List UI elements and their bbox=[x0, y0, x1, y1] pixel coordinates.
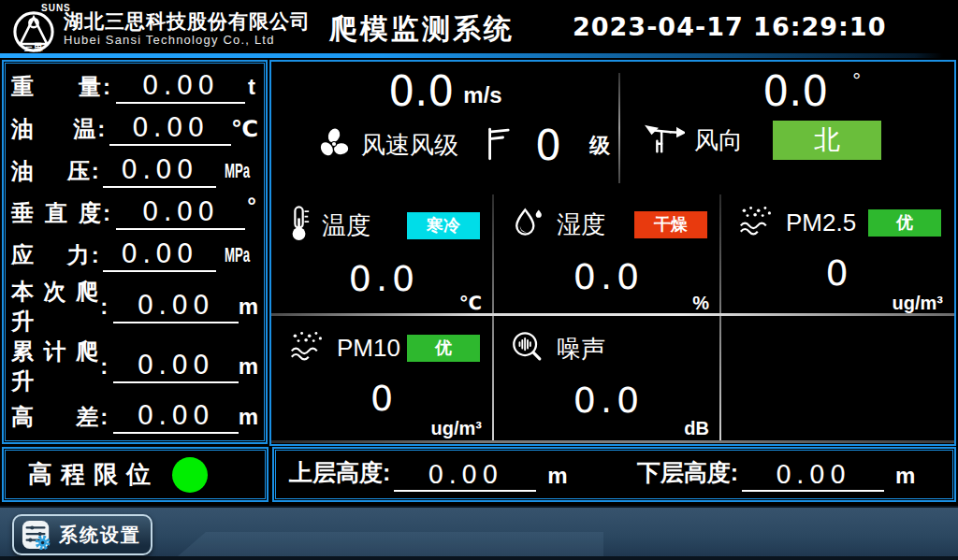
wind-speed-label: 风速风级 bbox=[361, 129, 458, 162]
wind-vane-icon bbox=[644, 120, 685, 161]
upper-height-value: 0.00 bbox=[394, 460, 536, 492]
grid-divider-v2 bbox=[719, 194, 721, 440]
header-divider bbox=[0, 53, 943, 58]
company-name-en: Hubei Sansi Technology Co., Ltd bbox=[64, 33, 311, 47]
measure-unit: m bbox=[239, 353, 258, 380]
measure-row-stress: 应力: 0.00 MPa bbox=[11, 235, 258, 277]
measure-unit: ℃ bbox=[231, 116, 258, 142]
header: SUNS 三思 湖北三思科技股份有限公司 Hubei Sansi Technol… bbox=[0, 0, 958, 53]
wind-speed-section: 0.0 m/s bbox=[271, 62, 619, 193]
system-settings-button[interactable]: 系统设置 bbox=[12, 514, 152, 555]
elevation-limit-indicator bbox=[172, 457, 208, 493]
wind-direction-value: 0.0 bbox=[762, 69, 828, 114]
colon: : bbox=[100, 353, 111, 380]
colon: : bbox=[92, 242, 101, 268]
climbing-formwork-monitor-screen: SUNS 三思 湖北三思科技股份有限公司 Hubei Sansi Technol… bbox=[0, 0, 958, 560]
elevation-limit-box: 高程限位 bbox=[2, 447, 269, 502]
upper-height-unit: m bbox=[547, 463, 567, 492]
measure-label: 高差 bbox=[11, 402, 98, 432]
measure-unit: MPa bbox=[225, 159, 250, 183]
wind-level-flag-icon bbox=[485, 123, 511, 168]
measure-row-oil-pressure: 油压: 0.00 MPa bbox=[11, 150, 258, 192]
measure-unit: m bbox=[239, 404, 258, 430]
sensor-unit: ℃ bbox=[459, 292, 482, 314]
sensor-value: 0.0 bbox=[288, 258, 480, 299]
sensor-name: 温度 bbox=[322, 209, 370, 242]
measure-row-weight: 重量: 0.00 t bbox=[11, 65, 258, 108]
wind-direction-section: 0.0 ° bbox=[619, 62, 954, 193]
colon: : bbox=[92, 158, 101, 184]
sensor-name: PM10 bbox=[337, 334, 400, 363]
company-name-cn: 湖北三思科技股份有限公司 bbox=[64, 10, 311, 33]
measure-value: 0.00 bbox=[113, 400, 239, 434]
wind-speed-value: 0.0 bbox=[388, 69, 454, 114]
measure-row-total-climb: 累计爬升: 0.00 m bbox=[11, 337, 258, 396]
sensor-unit: ug/m³ bbox=[893, 293, 943, 314]
sensor-name: 湿度 bbox=[557, 208, 605, 241]
measure-value: 0.00 bbox=[116, 196, 245, 230]
lower-height-value: 0.00 bbox=[742, 460, 884, 492]
wind-section: 0.0 m/s bbox=[271, 62, 954, 193]
measure-value: 0.00 bbox=[109, 112, 231, 146]
sensor-name: 噪声 bbox=[557, 333, 605, 366]
settings-button-label: 系统设置 bbox=[59, 523, 141, 548]
sensor-value: 0.0 bbox=[510, 380, 707, 421]
measurement-panel: 重量: 0.00 t 油温: 0.00 ℃ 油压: 0.00 MPa 垂直度: … bbox=[2, 60, 268, 444]
settings-sliders-icon bbox=[22, 520, 51, 550]
colon: : bbox=[100, 294, 111, 320]
measure-label: 本次爬升 bbox=[11, 277, 98, 337]
colon: : bbox=[97, 116, 108, 142]
wind-speed-unit: m/s bbox=[463, 82, 501, 108]
sensor-value: 0.0 bbox=[510, 256, 707, 297]
sensor-cell-empty bbox=[720, 318, 954, 443]
measure-label: 油压 bbox=[11, 156, 90, 186]
logo-sansi-text: 三思 bbox=[24, 41, 43, 54]
upper-height-label: 上层高度: bbox=[289, 457, 390, 492]
layer-height-box: 上层高度: 0.00 m 下层高度: 0.00 m bbox=[272, 447, 956, 502]
sensor-value: 0 bbox=[288, 378, 480, 419]
measure-value: 0.00 bbox=[103, 238, 215, 272]
colon: : bbox=[103, 200, 114, 226]
droplet-icon bbox=[510, 204, 545, 245]
wind-level-value: 0 bbox=[535, 122, 561, 169]
measure-unit: MPa bbox=[225, 243, 250, 267]
measure-value: 0.00 bbox=[113, 290, 239, 323]
elevation-limit-label: 高程限位 bbox=[28, 458, 159, 491]
dust-icon bbox=[737, 204, 775, 241]
measure-label: 油温 bbox=[11, 114, 95, 144]
upper-height-group: 上层高度: 0.00 m bbox=[289, 457, 568, 492]
noise-icon bbox=[510, 329, 545, 368]
measure-value: 0.00 bbox=[113, 350, 239, 383]
wind-direction-label: 风向 bbox=[694, 124, 743, 157]
sensor-unit: % bbox=[692, 293, 709, 314]
measure-row-height-diff: 高差: 0.00 m bbox=[11, 396, 258, 438]
grid-divider-h1 bbox=[271, 313, 954, 316]
lower-height-group: 下层高度: 0.00 m bbox=[637, 457, 916, 492]
sensor-cell-pm25: PM2.5 优 0 ug/m³ bbox=[720, 193, 954, 318]
lower-height-unit: m bbox=[895, 463, 915, 492]
wind-direction-unit: ° bbox=[852, 69, 861, 93]
measure-value: 0.00 bbox=[103, 154, 215, 188]
page-title: 爬模监测系统 bbox=[329, 10, 515, 49]
wind-direction-badge[interactable]: 北 bbox=[773, 121, 881, 160]
measure-label: 应力 bbox=[11, 240, 90, 270]
temperature-status-badge: 寒冷 bbox=[407, 212, 480, 239]
measure-label: 垂直度 bbox=[11, 198, 101, 228]
datetime-display: 2023-04-17 16:29:10 bbox=[573, 12, 886, 41]
taskbar: 系统设置 bbox=[0, 506, 958, 560]
thermometer-icon bbox=[288, 204, 311, 247]
sensor-cell-temperature: 温度 寒冷 0.0 ℃ bbox=[271, 193, 493, 318]
measure-value: 0.00 bbox=[116, 70, 245, 104]
colon: : bbox=[103, 74, 114, 100]
measure-row-verticality: 垂直度: 0.00 ° bbox=[11, 193, 258, 235]
humidity-status-badge: 干燥 bbox=[634, 211, 707, 238]
wind-level-unit: 级 bbox=[589, 132, 610, 160]
grid-divider-v1 bbox=[492, 194, 494, 440]
measure-row-current-climb: 本次爬升: 0.00 m bbox=[11, 277, 258, 337]
taskbar-decoration bbox=[178, 532, 603, 556]
fan-icon bbox=[316, 126, 352, 165]
measure-unit: ° bbox=[245, 193, 258, 219]
measure-label: 重量 bbox=[11, 72, 101, 102]
colon: : bbox=[100, 404, 111, 430]
sensor-unit: dB bbox=[684, 418, 709, 439]
